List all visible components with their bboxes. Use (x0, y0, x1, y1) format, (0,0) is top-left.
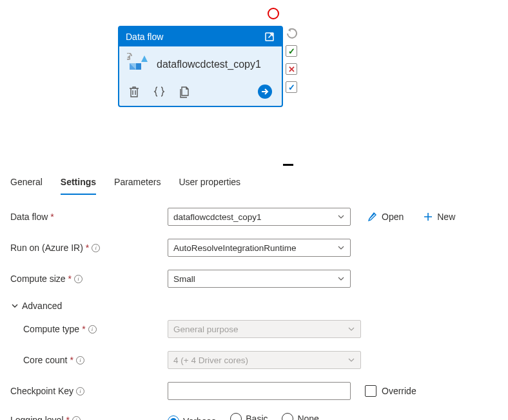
dataflow-icon (127, 53, 150, 76)
compute-size-select[interactable]: Small (168, 270, 351, 288)
core-count-label: Core count (23, 355, 67, 365)
redo-icon[interactable] (286, 27, 298, 39)
card-activity-name: dataflowcdctest_copy1 (157, 58, 261, 71)
override-checkbox[interactable] (365, 385, 376, 397)
radio-none[interactable]: None (282, 413, 318, 420)
required-marker: * (66, 415, 70, 420)
new-button[interactable]: New (423, 212, 455, 222)
chevron-down-icon (337, 275, 345, 283)
row-compute-type: Compute type * i General purpose (10, 320, 498, 338)
radio-basic-label: Basic (246, 414, 268, 420)
runon-select-value: AutoResolveIntegrationRuntime (173, 243, 297, 253)
chevron-down-icon (337, 213, 345, 221)
chevron-down-icon (337, 244, 345, 252)
tab-general[interactable]: General (10, 173, 43, 195)
compute-type-label: Compute type (23, 324, 79, 334)
info-icon[interactable]: i (72, 416, 81, 421)
checkpoint-input[interactable] (168, 382, 351, 400)
advanced-toggle[interactable]: Advanced (10, 301, 498, 311)
chevron-down-icon (347, 325, 355, 333)
open-label: Open (382, 212, 404, 222)
row-core-count: Core count * i 4 (+ 4 Driver cores) (10, 351, 498, 369)
dataflow-select[interactable]: dataflowcdctest_copy1 (168, 208, 351, 226)
checkpoint-label: Checkpoint Key (10, 386, 73, 396)
core-count-value: 4 (+ 4 Driver cores) (173, 355, 248, 365)
code-braces-icon[interactable] (153, 85, 166, 98)
copy-icon[interactable] (179, 85, 190, 98)
dataflow-activity-card[interactable]: Data flow dataflowcdctest_copy1 (118, 26, 283, 107)
compute-type-select: General purpose (168, 320, 361, 338)
required-marker: * (50, 212, 54, 222)
card-footer (119, 79, 282, 106)
open-button[interactable]: Open (367, 212, 404, 222)
run-arrow-icon[interactable] (257, 84, 273, 99)
row-checkpoint: Checkpoint Key i Override (10, 382, 498, 400)
tab-settings[interactable]: Settings (61, 173, 96, 195)
info-icon[interactable]: i (88, 325, 97, 334)
open-external-icon[interactable] (264, 31, 275, 43)
radio-none-label: None (297, 414, 318, 420)
info-icon[interactable]: i (92, 244, 100, 252)
dataflow-label: Data flow (10, 212, 48, 222)
required-marker: * (82, 324, 85, 334)
tab-user-properties[interactable]: User properties (179, 173, 240, 195)
new-label: New (437, 212, 455, 222)
tab-bar: General Settings Parameters User propert… (10, 173, 498, 195)
row-logging: Logging level * i Verbose Basic None (10, 413, 498, 420)
settings-form: Data flow * dataflowcdctest_copy1 Open N… (10, 208, 498, 420)
override-label: Override (382, 386, 416, 396)
status-success-icon[interactable]: ✓ (286, 45, 297, 57)
radio-verbose-label: Verbose (183, 416, 216, 420)
compute-size-label: Compute size (10, 274, 66, 284)
card-body: dataflowcdctest_copy1 (119, 46, 282, 79)
status-indicators: ✓ ✕ ✓ (286, 27, 298, 93)
info-icon[interactable]: i (76, 387, 84, 395)
delete-icon[interactable] (128, 85, 140, 98)
advanced-label: Advanced (22, 301, 62, 311)
required-marker: * (70, 355, 73, 365)
chevron-down-icon (347, 356, 355, 364)
status-fail-icon[interactable]: ✕ (286, 63, 297, 75)
core-count-select: 4 (+ 4 Driver cores) (168, 351, 361, 369)
compute-type-value: General purpose (173, 325, 239, 334)
row-runon: Run on (Azure IR) * i AutoResolveIntegra… (10, 239, 498, 257)
panel-resize-handle[interactable] (283, 164, 293, 166)
required-marker: * (86, 243, 89, 253)
card-header-title: Data flow (126, 32, 163, 42)
runon-label: Run on (Azure IR) (10, 243, 83, 253)
compute-size-value: Small (173, 274, 195, 284)
info-icon[interactable]: i (74, 275, 83, 283)
radio-basic[interactable]: Basic (230, 413, 268, 420)
card-header: Data flow (119, 27, 282, 46)
row-compute-size: Compute size * i Small (10, 270, 498, 288)
status-flag-icon[interactable]: ✓ (286, 81, 297, 93)
logging-radio-group: Verbose Basic None (168, 413, 331, 420)
info-icon[interactable]: i (76, 356, 84, 365)
highlight-circle (268, 8, 279, 19)
radio-verbose[interactable]: Verbose (168, 415, 216, 420)
runon-select[interactable]: AutoResolveIntegrationRuntime (168, 239, 351, 257)
tab-parameters[interactable]: Parameters (114, 173, 161, 195)
logging-label: Logging level (10, 415, 64, 420)
dataflow-select-value: dataflowcdctest_copy1 (173, 212, 262, 222)
row-dataflow: Data flow * dataflowcdctest_copy1 Open N… (10, 208, 498, 226)
required-marker: * (68, 274, 72, 284)
